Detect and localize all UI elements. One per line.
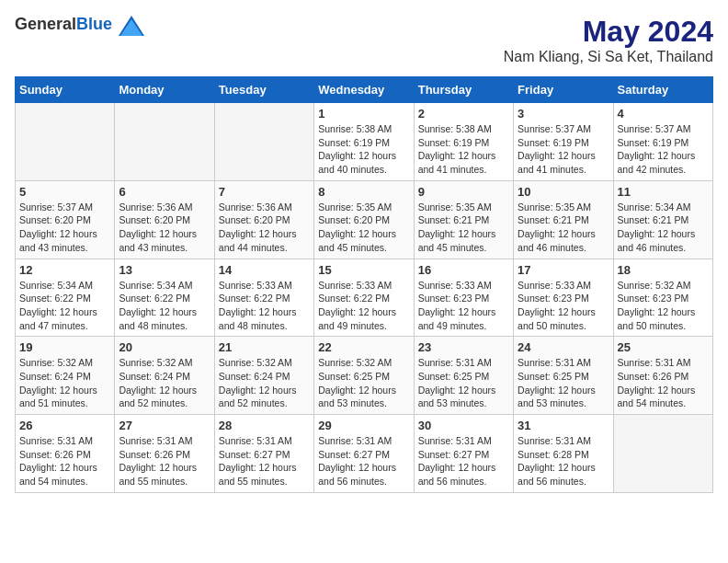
calendar-week-row: 26Sunrise: 5:31 AMSunset: 6:26 PMDayligh…: [16, 415, 713, 493]
calendar-cell: 31Sunrise: 5:31 AMSunset: 6:28 PMDayligh…: [514, 415, 613, 493]
day-info: Sunrise: 5:38 AMSunset: 6:19 PMDaylight:…: [418, 122, 509, 177]
month-title: May 2024: [504, 15, 713, 49]
day-info: Sunrise: 5:35 AMSunset: 6:21 PMDaylight:…: [518, 201, 609, 255]
calendar-cell: 18Sunrise: 5:32 AMSunset: 6:23 PMDayligh…: [613, 259, 712, 337]
day-info: Sunrise: 5:34 AMSunset: 6:22 PMDaylight:…: [119, 279, 210, 333]
day-info: Sunrise: 5:31 AMSunset: 6:27 PMDaylight:…: [318, 434, 409, 488]
calendar-cell: 7Sunrise: 5:36 AMSunset: 6:20 PMDaylight…: [214, 180, 313, 259]
calendar-cell: 24Sunrise: 5:31 AMSunset: 6:25 PMDayligh…: [514, 337, 613, 415]
logo-general: GeneralBlue: [15, 17, 117, 32]
calendar-cell: 11Sunrise: 5:34 AMSunset: 6:21 PMDayligh…: [613, 180, 712, 259]
day-info: Sunrise: 5:31 AMSunset: 6:26 PMDaylight:…: [119, 434, 210, 488]
day-number: 13: [119, 263, 210, 277]
header: GeneralBlue May 2024 Nam Kliang, Si Sa K…: [15, 15, 713, 73]
calendar-cell: 22Sunrise: 5:32 AMSunset: 6:25 PMDayligh…: [314, 337, 414, 415]
logo: GeneralBlue: [15, 15, 144, 36]
calendar-cell: 8Sunrise: 5:35 AMSunset: 6:20 PMDaylight…: [314, 180, 414, 259]
calendar-cell: 9Sunrise: 5:35 AMSunset: 6:21 PMDaylight…: [414, 180, 513, 259]
day-info: Sunrise: 5:37 AMSunset: 6:20 PMDaylight:…: [19, 201, 110, 255]
day-number: 29: [318, 419, 409, 432]
day-number: 31: [518, 419, 609, 432]
calendar-cell: 25Sunrise: 5:31 AMSunset: 6:26 PMDayligh…: [613, 337, 712, 415]
day-number: 9: [418, 185, 509, 199]
day-number: 15: [318, 263, 409, 277]
day-info: Sunrise: 5:32 AMSunset: 6:24 PMDaylight:…: [119, 356, 210, 410]
calendar-cell: 16Sunrise: 5:33 AMSunset: 6:23 PMDayligh…: [414, 259, 513, 337]
calendar-cell: 21Sunrise: 5:32 AMSunset: 6:24 PMDayligh…: [214, 337, 313, 415]
day-number: 22: [318, 340, 409, 354]
day-info: Sunrise: 5:31 AMSunset: 6:27 PMDaylight:…: [219, 434, 310, 488]
calendar-cell: 23Sunrise: 5:31 AMSunset: 6:25 PMDayligh…: [414, 337, 513, 415]
day-info: Sunrise: 5:35 AMSunset: 6:21 PMDaylight:…: [418, 201, 509, 255]
calendar-week-row: 5Sunrise: 5:37 AMSunset: 6:20 PMDaylight…: [16, 180, 713, 259]
calendar-cell: 29Sunrise: 5:31 AMSunset: 6:27 PMDayligh…: [314, 415, 414, 493]
calendar-cell: 27Sunrise: 5:31 AMSunset: 6:26 PMDayligh…: [115, 415, 214, 493]
day-number: 1: [318, 107, 409, 121]
calendar-header: SundayMondayTuesdayWednesdayThursdayFrid…: [16, 77, 713, 103]
calendar-cell: 4Sunrise: 5:37 AMSunset: 6:19 PMDaylight…: [613, 103, 712, 181]
day-info: Sunrise: 5:34 AMSunset: 6:22 PMDaylight:…: [19, 279, 110, 333]
day-info: Sunrise: 5:37 AMSunset: 6:19 PMDaylight:…: [618, 122, 709, 177]
calendar-cell: 1Sunrise: 5:38 AMSunset: 6:19 PMDaylight…: [314, 103, 414, 181]
calendar-cell: 26Sunrise: 5:31 AMSunset: 6:26 PMDayligh…: [16, 415, 115, 493]
calendar-cell: 3Sunrise: 5:37 AMSunset: 6:19 PMDaylight…: [514, 103, 613, 181]
day-number: 18: [618, 263, 709, 277]
day-info: Sunrise: 5:36 AMSunset: 6:20 PMDaylight:…: [119, 201, 210, 255]
day-info: Sunrise: 5:36 AMSunset: 6:20 PMDaylight:…: [219, 201, 310, 255]
day-number: 28: [219, 419, 310, 432]
day-number: 21: [219, 340, 310, 354]
day-info: Sunrise: 5:31 AMSunset: 6:26 PMDaylight:…: [19, 434, 110, 488]
calendar-week-row: 19Sunrise: 5:32 AMSunset: 6:24 PMDayligh…: [16, 337, 713, 415]
logo-content: GeneralBlue: [15, 15, 144, 36]
calendar-cell: 14Sunrise: 5:33 AMSunset: 6:22 PMDayligh…: [214, 259, 313, 337]
day-number: 17: [518, 263, 609, 277]
day-info: Sunrise: 5:31 AMSunset: 6:26 PMDaylight:…: [618, 356, 709, 410]
calendar-cell: 10Sunrise: 5:35 AMSunset: 6:21 PMDayligh…: [514, 180, 613, 259]
day-number: 6: [119, 185, 210, 199]
day-info: Sunrise: 5:33 AMSunset: 6:22 PMDaylight:…: [219, 279, 310, 333]
day-info: Sunrise: 5:31 AMSunset: 6:25 PMDaylight:…: [518, 356, 609, 410]
svg-marker-1: [120, 19, 142, 36]
day-info: Sunrise: 5:32 AMSunset: 6:24 PMDaylight:…: [219, 356, 310, 410]
day-number: 7: [219, 185, 310, 199]
title-block: May 2024 Nam Kliang, Si Sa Ket, Thailand: [504, 15, 713, 73]
day-number: 24: [518, 340, 609, 354]
calendar-cell: 6Sunrise: 5:36 AMSunset: 6:20 PMDaylight…: [115, 180, 214, 259]
calendar-cell: 15Sunrise: 5:33 AMSunset: 6:22 PMDayligh…: [314, 259, 414, 337]
day-info: Sunrise: 5:32 AMSunset: 6:23 PMDaylight:…: [618, 279, 709, 333]
weekday-header: Thursday: [414, 77, 513, 103]
day-number: 27: [119, 419, 210, 432]
calendar-cell: [613, 415, 712, 493]
calendar-table: SundayMondayTuesdayWednesdayThursdayFrid…: [15, 76, 713, 493]
day-number: 11: [618, 185, 709, 199]
day-info: Sunrise: 5:31 AMSunset: 6:28 PMDaylight:…: [518, 434, 609, 488]
day-info: Sunrise: 5:33 AMSunset: 6:23 PMDaylight:…: [418, 279, 509, 333]
calendar-cell: 12Sunrise: 5:34 AMSunset: 6:22 PMDayligh…: [16, 259, 115, 337]
calendar-week-row: 12Sunrise: 5:34 AMSunset: 6:22 PMDayligh…: [16, 259, 713, 337]
calendar-cell: 5Sunrise: 5:37 AMSunset: 6:20 PMDaylight…: [16, 180, 115, 259]
calendar-cell: 19Sunrise: 5:32 AMSunset: 6:24 PMDayligh…: [16, 337, 115, 415]
day-info: Sunrise: 5:31 AMSunset: 6:25 PMDaylight:…: [418, 356, 509, 410]
calendar-cell: 20Sunrise: 5:32 AMSunset: 6:24 PMDayligh…: [115, 337, 214, 415]
day-number: 23: [418, 340, 509, 354]
day-number: 25: [618, 340, 709, 354]
day-info: Sunrise: 5:34 AMSunset: 6:21 PMDaylight:…: [618, 201, 709, 255]
day-number: 16: [418, 263, 509, 277]
day-number: 19: [19, 340, 110, 354]
day-number: 30: [418, 419, 509, 432]
calendar-cell: [214, 103, 313, 181]
day-number: 10: [518, 185, 609, 199]
day-info: Sunrise: 5:35 AMSunset: 6:20 PMDaylight:…: [318, 201, 409, 255]
weekday-header: Monday: [115, 77, 214, 103]
calendar-cell: 28Sunrise: 5:31 AMSunset: 6:27 PMDayligh…: [214, 415, 313, 493]
day-number: 2: [418, 107, 509, 121]
day-info: Sunrise: 5:33 AMSunset: 6:22 PMDaylight:…: [318, 279, 409, 333]
day-info: Sunrise: 5:32 AMSunset: 6:24 PMDaylight:…: [19, 356, 110, 410]
logo-icon: [119, 16, 144, 36]
weekday-header: Friday: [514, 77, 613, 103]
day-number: 4: [618, 107, 709, 121]
day-info: Sunrise: 5:37 AMSunset: 6:19 PMDaylight:…: [518, 122, 609, 177]
calendar-cell: 13Sunrise: 5:34 AMSunset: 6:22 PMDayligh…: [115, 259, 214, 337]
day-info: Sunrise: 5:32 AMSunset: 6:25 PMDaylight:…: [318, 356, 409, 410]
day-info: Sunrise: 5:31 AMSunset: 6:27 PMDaylight:…: [418, 434, 509, 488]
